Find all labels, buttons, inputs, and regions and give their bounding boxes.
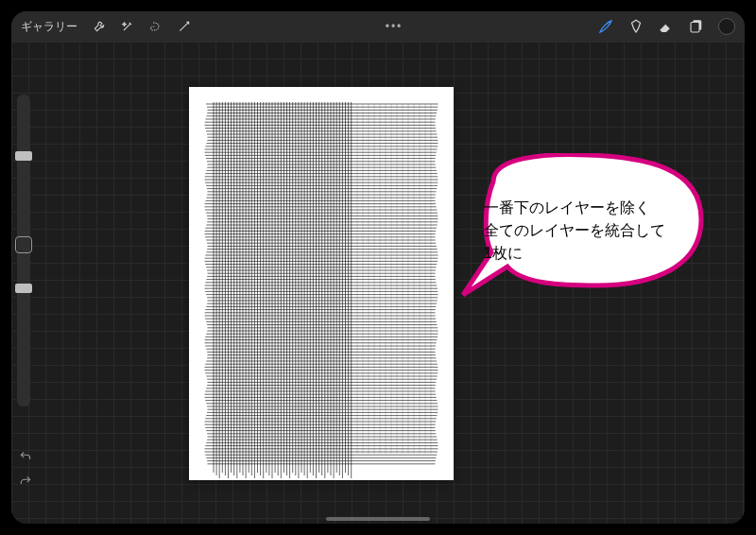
opacity-slider[interactable]: [15, 284, 32, 293]
wand-icon[interactable]: [121, 20, 134, 33]
side-slider-panel: [17, 95, 30, 406]
top-toolbar: ギャラリー •••: [11, 11, 745, 42]
color-picker-icon[interactable]: [718, 18, 735, 35]
redo-icon[interactable]: [19, 475, 32, 488]
smudge-icon[interactable]: [627, 18, 644, 35]
annotation-line: 1枚に: [484, 242, 692, 265]
undo-icon[interactable]: [19, 450, 32, 463]
eraser-icon[interactable]: [658, 18, 675, 35]
brush-icon[interactable]: [597, 18, 614, 35]
modifier-button[interactable]: [15, 236, 32, 253]
gallery-button[interactable]: ギャラリー: [21, 19, 77, 35]
home-indicator: [326, 517, 430, 521]
toolbar-left-group: ギャラリー: [21, 19, 191, 35]
modify-menu-icon[interactable]: •••: [386, 20, 404, 33]
selection-icon[interactable]: [149, 20, 163, 33]
app-window: ギャラリー •••: [11, 11, 745, 524]
toolbar-right-group: [597, 18, 735, 35]
annotation-line: 一番下のレイヤーを除く: [484, 197, 692, 219]
annotation-line: 全てのレイヤーを統合して: [484, 219, 692, 242]
svg-rect-1: [691, 23, 699, 33]
toolbar-center: •••: [191, 20, 597, 33]
wrench-icon[interactable]: [93, 20, 106, 33]
layers-icon[interactable]: [688, 18, 705, 35]
canvas-workspace[interactable]: 一番下のレイヤーを除く 全てのレイヤーを統合して 1枚に: [11, 42, 745, 524]
annotation-text: 一番下のレイヤーを除く 全てのレイヤーを統合して 1枚に: [484, 197, 692, 265]
transform-icon[interactable]: [178, 20, 191, 33]
brush-size-slider[interactable]: [15, 151, 32, 161]
drawing-canvas[interactable]: [189, 87, 454, 480]
